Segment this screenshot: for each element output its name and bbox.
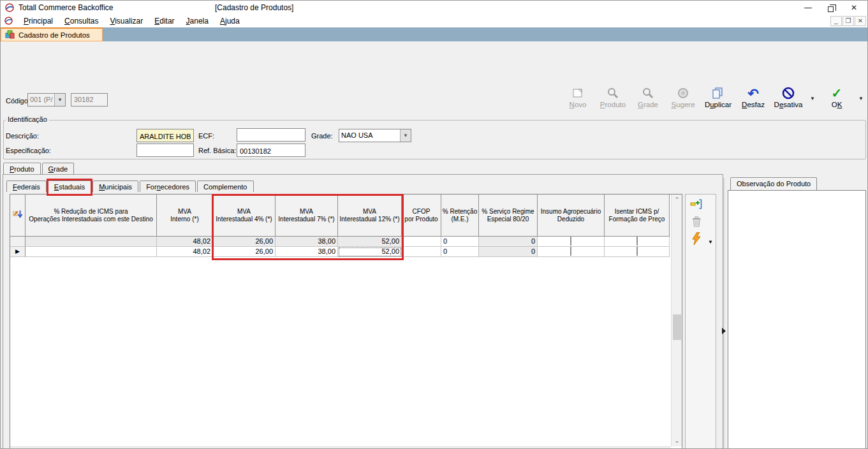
col-header-retencao[interactable]: % Retenção(M.E.) [441,195,479,237]
ok-button[interactable]: ✓OK [821,84,852,112]
ref-basica-input[interactable] [237,144,305,157]
menu-janela[interactable]: Janela [180,15,214,27]
cell-reducao[interactable] [26,247,157,257]
menu-editar[interactable]: Editar [149,15,180,27]
ecf-label: ECF: [198,132,214,140]
grade-combo[interactable]: NAO USA ▼ [339,129,411,142]
scroll-down-icon[interactable]: ⌄ [672,436,682,446]
tab-observacao-do-produto[interactable]: Observação do Produto [730,177,817,190]
cell-isentar[interactable] [605,247,670,257]
lightning-icon [691,232,702,247]
mdi-minimize-button[interactable]: _ [830,16,842,26]
mdi-restore-button[interactable]: ❐ [842,16,854,26]
col-header-isentar[interactable]: Isentar ICMS p/Formação de Preço [605,195,670,237]
insumo-checkbox[interactable] [570,237,571,246]
col-header-mva12[interactable]: MVAInterestadual 12% (*) [338,195,402,237]
observacao-textarea[interactable] [728,190,866,449]
cell-cfop[interactable] [402,247,441,257]
codigo-code-field[interactable]: 30182 [71,93,108,107]
cell-mva4[interactable]: 26,00 [213,237,276,247]
window-title: Totall Commerce Backoffice [18,3,114,12]
desativa-dropdown-button[interactable]: ▼ [808,84,817,112]
splitter-collapse-arrow[interactable] [722,328,726,334]
cell-servico[interactable]: 0 [479,247,538,257]
cell-servico[interactable]: 0 [479,237,538,247]
tab-produto[interactable]: Produto [3,163,41,175]
ok-dropdown-button[interactable]: ▼ [857,84,865,112]
cell-mva4[interactable]: 26,00 [213,247,276,257]
insumo-checkbox[interactable] [570,247,571,256]
cell-retencao[interactable]: 0 [441,247,479,257]
menu-bar: PrincipalConsultasVisualizarEditarJanela… [1,15,867,27]
cell-mva12[interactable]: 52,00 [338,237,402,247]
add-detail-button[interactable] [689,198,703,212]
ecf-input[interactable] [237,128,305,142]
cell-cfop[interactable] [402,237,441,247]
cell-mva7[interactable]: 38,00 [276,247,338,257]
search-icon [642,86,654,100]
desativa-button[interactable]: Desativa [773,84,804,112]
descricao-input[interactable] [136,129,194,142]
subtab-estaduais[interactable]: Estaduais [48,180,91,193]
col-header-mva7[interactable]: MVAInterestadual 7% (*) [276,195,338,237]
chevron-down-icon[interactable]: ▼ [400,129,411,142]
produto-label: Produto [600,101,626,108]
ref-basica-label: Ref. Básica: [198,147,236,154]
col-header-cfop[interactable]: CFOPpor Produto [402,195,441,237]
isentar-checkbox[interactable] [636,237,638,246]
row-indicator-cell[interactable]: ▶ [10,247,26,257]
menu-consultas[interactable]: Consultas [59,15,104,27]
subtab-complemento[interactable]: Complemento [197,180,253,192]
minimize-button[interactable]: — [797,1,819,15]
cell-mva12[interactable]: 52,00 [338,247,402,257]
codigo-label: Código: [6,97,30,105]
cell-retencao[interactable]: 0 [441,237,479,247]
cell-isentar[interactable] [605,237,670,247]
tab-grade[interactable]: Grade [42,163,75,174]
col-header-servico[interactable]: % Serviço RegimeEspecial 80/20 [479,195,538,237]
col-header-interno[interactable]: MVAInterno (*) [157,195,213,237]
produto-button: Produto [598,84,628,112]
new-doc-icon [572,86,584,100]
subtab-fornecedores[interactable]: Fornecedores [140,180,196,192]
annotation-estaduais-tab [47,179,92,196]
col-header-reducao[interactable]: % Redução de ICMS paraOperações Interest… [26,195,157,237]
grid-corner-cell[interactable] [10,195,26,237]
cell-insumo[interactable] [538,247,605,257]
cell-insumo[interactable] [538,237,605,247]
cell-reducao[interactable] [26,237,157,247]
grade-value: NAO USA [339,129,400,142]
col-header-insumo[interactable]: Insumo AgropecuárioDeduzido [538,195,605,237]
vscroll-thumb[interactable] [673,314,681,340]
menu-ajuda[interactable]: Ajuda [214,15,246,27]
chevron-down-icon[interactable]: ▼ [54,94,65,106]
menu-visualizar[interactable]: Visualizar [104,15,149,27]
restore-button[interactable] [820,1,841,15]
especificacao-input[interactable] [136,144,194,157]
scroll-up-icon[interactable]: ⌃ [672,195,682,205]
apply-button[interactable] [689,232,703,246]
cell-interno[interactable]: 48,02 [157,247,213,257]
duplicar-button[interactable]: Duplicar [703,84,733,112]
col-header-mva4[interactable]: MVAInterestadual 4% (*) [213,195,276,237]
mdi-close-button[interactable]: ✕ [855,16,866,26]
isentar-checkbox[interactable] [636,247,638,256]
panel-splitter[interactable] [723,178,725,449]
close-button[interactable]: ✕ [843,1,865,15]
desfaz-button[interactable]: ↶Desfaz [738,84,769,112]
subtab-municipais[interactable]: Municipais [92,180,138,192]
grid-horizontal-scrollbar[interactable]: ‹ › [10,446,671,449]
cell-interno[interactable]: 48,02 [157,237,213,247]
row-indicator-cell[interactable] [10,237,26,247]
doc-tab-cadastro-de-produtos[interactable]: Cadastro de Produtos [1,27,103,41]
grade-label: Grade: [311,132,333,140]
codigo-type-combo[interactable]: 001 (P/ ▼ [27,93,66,107]
menu-principal[interactable]: Principal [18,15,59,27]
grid-vertical-scrollbar[interactable]: ⌃ ⌄ [671,195,682,446]
apply-dropdown-button[interactable]: ▼ [703,235,717,249]
ok-label: OK [832,101,842,108]
subtab-federais[interactable]: Federais [6,180,47,192]
title-bar: Totall Commerce Backoffice [Cadastro de … [1,1,867,15]
chevron-down-icon: ▼ [810,96,815,101]
cell-mva7[interactable]: 38,00 [276,237,338,247]
